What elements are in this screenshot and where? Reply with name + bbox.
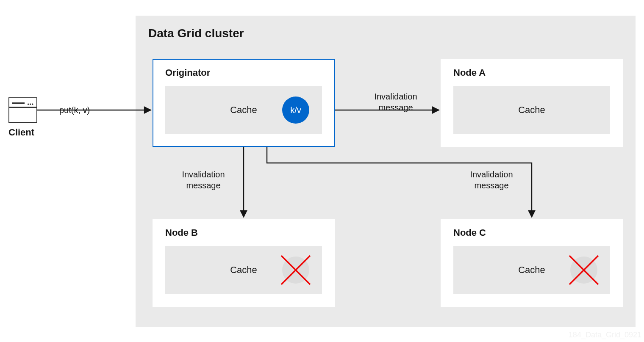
invalidation-message-b-label: Invalidation message (169, 169, 237, 191)
client-label: Client (8, 127, 34, 138)
invalidation-message-a-label: Invalidation message (362, 91, 430, 113)
client-window-icon: ••• (8, 97, 37, 123)
invalidation-message-a-l2: message (378, 103, 413, 112)
cluster-title: Data Grid cluster (148, 27, 244, 40)
diagram-canvas: ••• Client Data Grid cluster Originator … (0, 0, 644, 342)
node-c-cache-label: Cache (518, 265, 545, 276)
node-b: Node B Cache (153, 219, 335, 307)
node-originator-title: Originator (165, 67, 210, 78)
node-originator-cache-label: Cache (230, 105, 257, 116)
invalidation-message-b-l2: message (186, 181, 220, 190)
put-call-label: put(k, v) (59, 105, 90, 116)
invalid-x-icon (278, 252, 314, 288)
kv-entry-badge: k/v (282, 97, 309, 124)
invalidation-message-a-l1: Invalidation (374, 92, 417, 101)
invalidation-message-c-l2: message (474, 181, 508, 190)
invalid-x-icon (566, 252, 602, 288)
invalidation-message-b-l1: Invalidation (182, 170, 225, 179)
node-a-cache: Cache (453, 86, 610, 134)
node-a-title: Node A (453, 67, 486, 78)
node-b-cache-label: Cache (230, 265, 257, 276)
node-a-cache-label: Cache (518, 105, 545, 116)
watermark-text: 184_Data_Grid_0921 (569, 331, 641, 339)
node-a: Node A Cache (441, 59, 623, 147)
node-c-cache: Cache (453, 246, 610, 294)
node-b-title: Node B (165, 227, 198, 238)
node-c: Node C Cache (441, 219, 623, 307)
node-originator-cache: Cache k/v (165, 86, 322, 134)
invalidation-message-c-label: Invalidation message (458, 169, 525, 191)
node-originator: Originator Cache k/v (153, 59, 335, 147)
kv-entry-label: k/v (290, 105, 301, 115)
client-window-divider (9, 107, 36, 108)
invalidation-message-c-l1: Invalidation (470, 170, 513, 179)
node-c-title: Node C (453, 227, 486, 238)
client-window-titlebar-line (12, 102, 25, 104)
node-b-cache: Cache (165, 246, 322, 294)
